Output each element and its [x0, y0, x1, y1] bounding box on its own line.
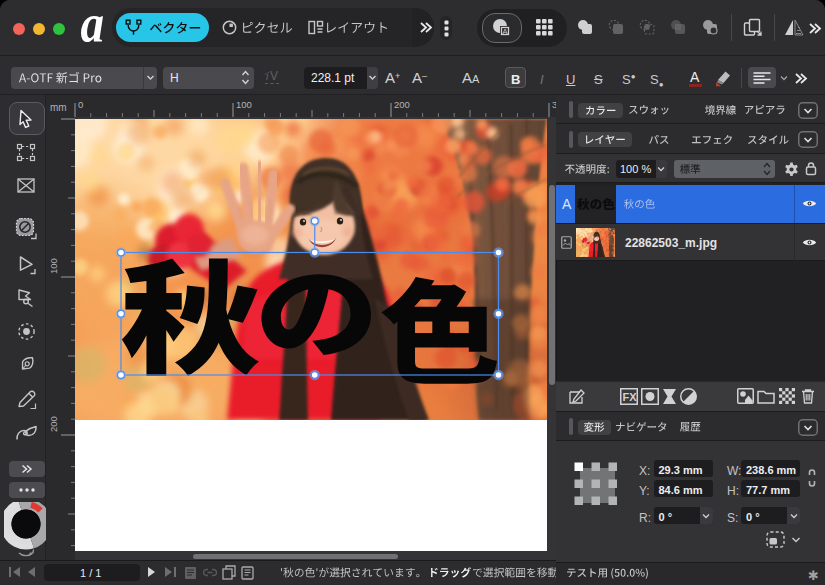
svg-text:100: 100: [236, 99, 252, 110]
svg-text:0: 0: [78, 99, 83, 110]
svg-text:200: 200: [394, 99, 410, 110]
svg-text:200: 200: [48, 416, 59, 432]
svg-text:A: A: [502, 27, 507, 36]
svg-text:FX: FX: [623, 391, 638, 403]
svg-text:i: i: [266, 70, 269, 82]
svg-text:V: V: [270, 69, 278, 83]
svg-text:100: 100: [48, 258, 59, 274]
